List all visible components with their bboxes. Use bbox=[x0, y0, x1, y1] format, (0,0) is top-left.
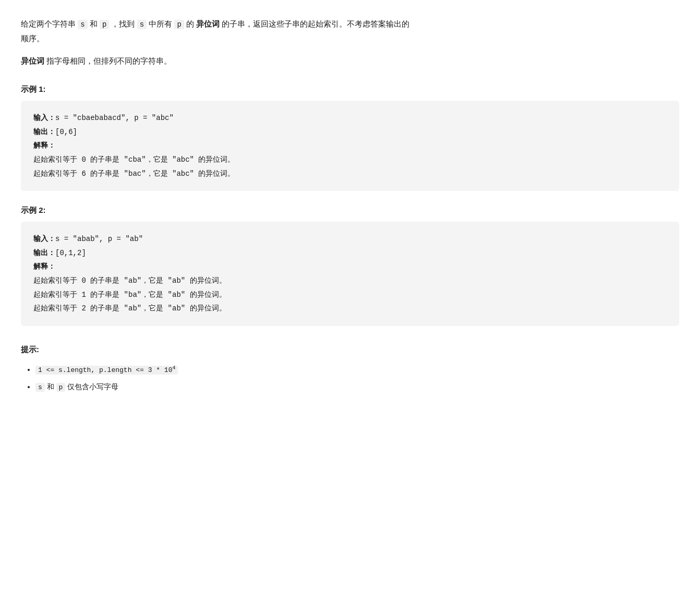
example-1-section: 示例 1: 输入：s = "cbaebabacd", p = "abc" 输出：… bbox=[21, 85, 679, 191]
anagram-term-title: 异位词 bbox=[196, 19, 220, 28]
example-1-input-line: 输入：s = "cbaebabacd", p = "abc" bbox=[33, 111, 667, 125]
example-1-input-label: 输入： bbox=[33, 114, 55, 122]
s-var-2: s bbox=[137, 20, 147, 29]
example-2-output-value: [0,1,2] bbox=[55, 249, 86, 257]
p-var-2: p bbox=[174, 20, 184, 29]
example-1-code-block: 输入：s = "cbaebabacd", p = "abc" 输出：[0,6] … bbox=[21, 101, 679, 191]
example-2-input-line: 输入：s = "abab", p = "ab" bbox=[33, 232, 667, 246]
example-2-title: 示例 2: bbox=[21, 206, 679, 215]
s-var-1: s bbox=[78, 20, 87, 29]
hint-item-2: s 和 p 仅包含小写字母 bbox=[35, 379, 679, 394]
example-2-explain-2: 起始索引等于 1 的子串是 "ba"，它是 "ab" 的异位词。 bbox=[33, 288, 667, 302]
hint-2-s-code: s bbox=[35, 383, 45, 392]
example-2-explain-label: 解释： bbox=[33, 262, 55, 271]
example-1-explain-label: 解释： bbox=[33, 141, 55, 150]
hint-1-superscript: 4 bbox=[172, 365, 175, 370]
example-1-explain-2: 起始索引等于 6 的子串是 "bac"，它是 "abc" 的异位词。 bbox=[33, 167, 667, 181]
example-1-title: 示例 1: bbox=[21, 85, 679, 94]
hint-2-p-code: p bbox=[56, 383, 66, 392]
example-2-input-value: s = "abab", p = "ab" bbox=[55, 235, 143, 243]
hint-item-1: 1 <= s.length, p.length <= 3 * 104 bbox=[35, 362, 679, 377]
example-2-input-label: 输入： bbox=[33, 235, 55, 243]
example-2-explain-3: 起始索引等于 2 的子串是 "ab"，它是 "ab" 的异位词。 bbox=[33, 302, 667, 316]
example-1-output-line: 输出：[0,6] bbox=[33, 125, 667, 139]
example-2-output-label: 输出： bbox=[33, 249, 55, 257]
example-1-input-value: s = "cbaebabacd", p = "abc" bbox=[55, 114, 174, 122]
example-1-output-value: [0,6] bbox=[55, 128, 77, 136]
description-paragraph: 给定两个字符串 s 和 p ，找到 s 中所有 p 的 异位词 的子串，返回这些… bbox=[21, 17, 679, 45]
example-1-output-label: 输出： bbox=[33, 128, 55, 136]
example-2-explain-1: 起始索引等于 0 的子串是 "ab"，它是 "ab" 的异位词。 bbox=[33, 274, 667, 288]
anagram-term-def: 异位词 bbox=[21, 56, 44, 65]
example-1-explain-label-line: 解释： bbox=[33, 139, 667, 153]
hints-title: 提示: bbox=[21, 345, 679, 355]
p-var-1: p bbox=[100, 20, 109, 29]
anagram-definition: 异位词 指字母相同，但排列不同的字符串。 bbox=[21, 54, 679, 68]
example-2-output-line: 输出：[0,1,2] bbox=[33, 246, 667, 260]
example-2-explain-label-line: 解释： bbox=[33, 260, 667, 274]
hints-list: 1 <= s.length, p.length <= 3 * 104 s 和 p… bbox=[21, 362, 679, 394]
hints-section: 提示: 1 <= s.length, p.length <= 3 * 104 s… bbox=[21, 345, 679, 394]
hint-1-code: 1 <= s.length, p.length <= 3 * 104 bbox=[35, 366, 178, 375]
example-2-section: 示例 2: 输入：s = "abab", p = "ab" 输出：[0,1,2]… bbox=[21, 206, 679, 326]
example-2-code-block: 输入：s = "abab", p = "ab" 输出：[0,1,2] 解释： 起… bbox=[21, 222, 679, 326]
example-1-explain-1: 起始索引等于 0 的子串是 "cba"，它是 "abc" 的异位词。 bbox=[33, 153, 667, 167]
